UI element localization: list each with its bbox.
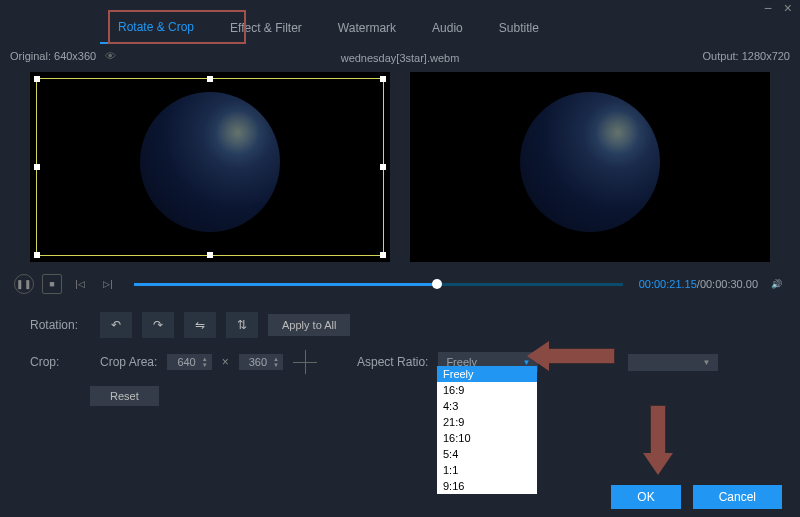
apply-all-button[interactable]: Apply to All — [268, 314, 350, 336]
stop-button[interactable]: ■ — [42, 274, 62, 294]
current-time: 00:00:21.15 — [639, 278, 697, 290]
crop-area-label: Crop Area: — [100, 355, 157, 369]
rotate-right-button[interactable]: ↷ — [142, 312, 174, 338]
output-size-label: Output: 1280x720 — [703, 50, 790, 62]
filename-label: wednesday[3star].webm — [341, 52, 460, 64]
aspect-option[interactable]: 1:1 — [437, 462, 537, 478]
crop-handle[interactable] — [380, 76, 386, 82]
flip-vertical-button[interactable]: ⇅ — [226, 312, 258, 338]
aspect-option[interactable]: 4:3 — [437, 398, 537, 414]
crop-handle[interactable] — [380, 252, 386, 258]
ok-button[interactable]: OK — [611, 485, 680, 509]
seek-knob[interactable] — [432, 279, 442, 289]
aspect-option[interactable]: 16:10 — [437, 430, 537, 446]
video-frame — [520, 92, 660, 232]
tab-audio[interactable]: Audio — [414, 13, 481, 43]
tab-subtitle[interactable]: Subtitle — [481, 13, 557, 43]
crop-width-value: 640 — [171, 356, 201, 368]
tab-watermark[interactable]: Watermark — [320, 13, 414, 43]
volume-icon[interactable]: 🔊 — [766, 274, 786, 294]
crop-height-value: 360 — [243, 356, 273, 368]
reset-button[interactable]: Reset — [90, 386, 159, 406]
crop-handle[interactable] — [34, 252, 40, 258]
crop-box[interactable] — [36, 78, 384, 256]
tab-effect-filter[interactable]: Effect & Filter — [212, 13, 320, 43]
crop-handle[interactable] — [207, 252, 213, 258]
width-spinner[interactable]: ▲▼ — [202, 356, 208, 368]
source-preview[interactable] — [30, 72, 390, 262]
rotation-label: Rotation: — [30, 318, 90, 332]
seek-progress — [134, 283, 437, 286]
aspect-option[interactable]: 5:4 — [437, 446, 537, 462]
preview-eye-icon[interactable]: 👁 — [99, 50, 116, 62]
aspect-ratio-label: Aspect Ratio: — [357, 355, 428, 369]
cancel-button[interactable]: Cancel — [693, 485, 782, 509]
flip-horizontal-button[interactable]: ⇋ — [184, 312, 216, 338]
aspect-option[interactable]: 21:9 — [437, 414, 537, 430]
tabs-bar: Rotate & Crop Effect & Filter Watermark … — [0, 10, 800, 46]
rotate-left-button[interactable]: ↶ — [100, 312, 132, 338]
aspect-option[interactable]: Freely — [437, 366, 537, 382]
crop-handle[interactable] — [380, 164, 386, 170]
seek-slider[interactable] — [134, 283, 623, 286]
multiply-icon: × — [222, 355, 229, 369]
output-preview — [410, 72, 770, 262]
crop-handle[interactable] — [207, 76, 213, 82]
prev-frame-button[interactable]: |◁ — [70, 274, 90, 294]
crop-label: Crop: — [30, 355, 90, 369]
aspect-option[interactable]: 16:9 — [437, 382, 537, 398]
original-size-label: Original: 640x360 — [10, 50, 96, 62]
crop-handle[interactable] — [34, 76, 40, 82]
time-display: 00:00:21.15/00:00:30.00 — [639, 278, 758, 290]
next-frame-button[interactable]: ▷| — [98, 274, 118, 294]
center-crop-button[interactable] — [293, 350, 317, 374]
tab-rotate-crop[interactable]: Rotate & Crop — [100, 12, 212, 44]
height-spinner[interactable]: ▲▼ — [273, 356, 279, 368]
aspect-option[interactable]: 9:16 — [437, 478, 537, 494]
secondary-dropdown[interactable]: ▼ — [628, 354, 718, 371]
crop-height-input[interactable]: 360 ▲▼ — [239, 354, 283, 370]
aspect-ratio-menu[interactable]: Freely 16:9 4:3 21:9 16:10 5:4 1:1 9:16 — [437, 366, 537, 494]
total-time: /00:00:30.00 — [697, 278, 758, 290]
crop-width-input[interactable]: 640 ▲▼ — [167, 354, 211, 370]
pause-button[interactable]: ❚❚ — [14, 274, 34, 294]
crop-handle[interactable] — [34, 164, 40, 170]
